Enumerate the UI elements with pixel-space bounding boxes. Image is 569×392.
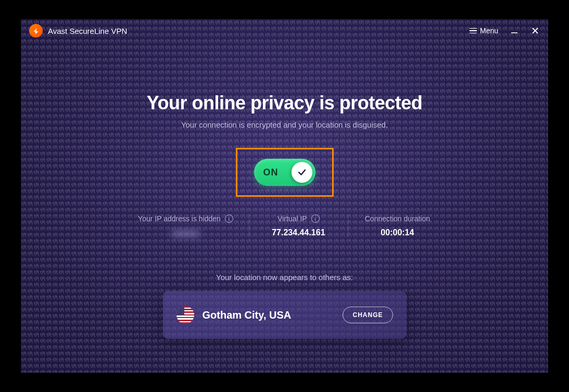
stat-ip-hidden-label-row: Your IP address is hidden i — [138, 214, 233, 223]
usa-flag-icon — [176, 306, 194, 324]
stat-ip-hidden-value: •••••••• — [138, 228, 233, 239]
titlebar-controls: Menu — [470, 26, 540, 35]
menu-button[interactable]: Menu — [470, 27, 498, 35]
stat-duration-label-row: Connection duration — [364, 214, 431, 223]
location-card[interactable]: Gotham City, USA CHANGE — [163, 291, 407, 339]
change-location-button[interactable]: CHANGE — [343, 307, 393, 323]
stat-virtual-ip: Virtual IP i 77.234.44.161 — [249, 214, 348, 237]
titlebar: Avast SecureLine VPN Menu — [21, 19, 548, 42]
close-button[interactable] — [530, 26, 540, 35]
avast-logo-icon — [29, 24, 43, 37]
stat-virtual-ip-label: Virtual IP — [277, 214, 307, 223]
hidden-ip-placeholder: •••••••• — [170, 228, 201, 239]
check-icon — [297, 168, 307, 177]
stat-ip-hidden-label: Your IP address is hidden — [138, 214, 221, 223]
vpn-toggle[interactable]: ON — [254, 159, 315, 186]
minimize-button[interactable] — [510, 26, 519, 35]
stat-duration-value: 00:00:14 — [364, 228, 431, 237]
app-title: Avast SecureLine VPN — [48, 27, 127, 35]
stats-row: Your IP address is hidden i •••••••• Vir… — [122, 214, 447, 239]
stat-virtual-ip-value: 77.234.44.161 — [265, 228, 332, 237]
headline: Your online privacy is protected — [147, 92, 422, 114]
stat-duration: Connection duration 00:00:14 — [348, 214, 447, 237]
toggle-state-label: ON — [263, 167, 279, 178]
toggle-highlight-frame: ON — [236, 148, 334, 197]
main-content: Your online privacy is protected Your co… — [21, 42, 548, 339]
stat-virtual-ip-label-row: Virtual IP i — [265, 214, 332, 223]
stat-ip-hidden: Your IP address is hidden i •••••••• — [122, 214, 249, 239]
subheadline: Your connection is encrypted and your lo… — [181, 120, 388, 129]
location-caption: Your location now appears to others as: — [216, 273, 353, 282]
toggle-knob — [292, 162, 312, 183]
menu-label: Menu — [480, 27, 498, 35]
info-icon[interactable]: i — [311, 214, 320, 223]
info-icon[interactable]: i — [225, 214, 233, 223]
stat-duration-label: Connection duration — [365, 214, 430, 223]
hamburger-icon — [470, 28, 477, 34]
app-window: Avast SecureLine VPN Menu Your online pr… — [21, 19, 548, 373]
location-name: Gotham City, USA — [203, 309, 292, 321]
